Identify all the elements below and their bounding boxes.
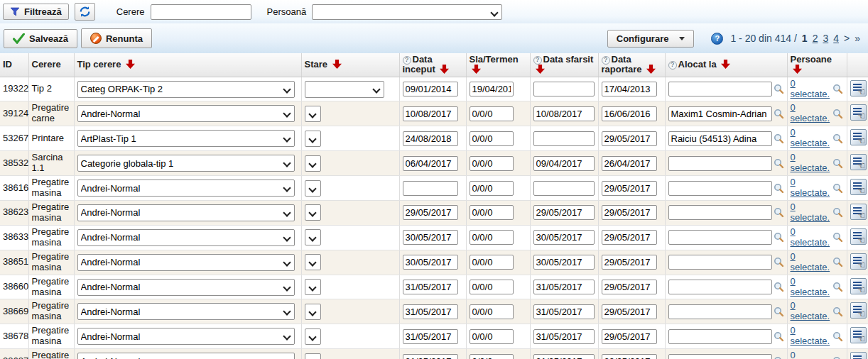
stare-select[interactable] [305, 205, 320, 220]
sla-termen-input[interactable] [470, 156, 514, 171]
column-header-stare[interactable]: Stare [301, 53, 399, 77]
persoane-selectate-link[interactable]: 0 selectate. [791, 202, 831, 223]
data-inceput-input[interactable] [403, 354, 458, 359]
tip-cerere-select[interactable]: Categ ORPAK-Tip 2 [78, 82, 294, 97]
alocat-la-input[interactable] [668, 354, 772, 359]
alocat-la-input[interactable] [668, 205, 772, 220]
persoane-selectate-link[interactable]: 0 selectate. [791, 128, 831, 149]
stare-select[interactable] [305, 82, 384, 97]
tip-cerere-select[interactable]: ArtPlast-Tip 1 [78, 131, 294, 146]
data-inceput-input[interactable] [403, 82, 458, 96]
data-inceput-input[interactable] [403, 255, 458, 270]
stare-select[interactable] [305, 106, 320, 121]
tip-cerere-select[interactable]: Andrei-Normal [78, 180, 294, 196]
assign-person-button[interactable]: ☜ [850, 327, 867, 343]
lookup-icon[interactable] [774, 158, 784, 169]
sla-termen-input[interactable] [470, 106, 514, 121]
sla-termen-input[interactable] [470, 230, 514, 245]
persoane-selectate-link[interactable]: 0 selectate. [791, 227, 831, 248]
data-sfarsit-input[interactable] [533, 304, 595, 319]
sla-termen-input[interactable] [470, 131, 514, 146]
data-inceput-input[interactable] [403, 205, 458, 220]
alocat-la-input[interactable] [668, 82, 772, 96]
lookup-icon[interactable] [774, 232, 784, 243]
persoane-selectate-link[interactable]: 0 selectate. [791, 277, 831, 298]
lookup-icon[interactable] [832, 282, 843, 292]
data-raportare-input[interactable] [602, 131, 657, 146]
data-inceput-input[interactable] [403, 181, 458, 196]
data-sfarsit-input[interactable] [533, 255, 595, 270]
data-raportare-input[interactable] [602, 329, 657, 344]
lookup-icon[interactable] [832, 331, 843, 342]
alocat-la-input[interactable] [668, 329, 772, 344]
data-sfarsit-input[interactable] [533, 82, 595, 96]
assign-person-button[interactable]: ☜ [850, 129, 867, 145]
data-inceput-input[interactable] [403, 106, 458, 121]
lookup-icon[interactable] [832, 133, 843, 144]
tip-cerere-select[interactable]: Andrei-Normal [78, 255, 294, 270]
data-raportare-input[interactable] [602, 106, 657, 121]
alocat-la-input[interactable] [668, 230, 772, 245]
lookup-icon[interactable] [774, 356, 784, 359]
assign-person-button[interactable]: ☜ [850, 104, 867, 121]
pagination-page-link[interactable]: 3 [823, 33, 828, 44]
data-raportare-input[interactable] [602, 205, 657, 220]
tip-cerere-select[interactable]: Andrei-Normal [78, 304, 294, 319]
pagination-page-link[interactable]: 2 [813, 33, 818, 44]
persoane-selectate-link[interactable]: 0 selectate. [791, 301, 831, 322]
assign-person-button[interactable]: ☜ [850, 154, 867, 170]
pagination-page-link[interactable]: 4 [833, 33, 839, 44]
column-header-inceput[interactable]: ?Data inceput [399, 53, 466, 77]
column-header-sla[interactable]: Sla/Termen [466, 53, 530, 77]
assign-person-button[interactable]: ☜ [850, 278, 867, 294]
configure-button[interactable]: Configurare [607, 30, 695, 48]
data-inceput-input[interactable] [403, 230, 458, 245]
data-raportare-input[interactable] [602, 230, 657, 245]
stare-select[interactable] [305, 131, 320, 146]
data-sfarsit-input[interactable] [533, 156, 595, 171]
lookup-icon[interactable] [832, 183, 843, 194]
lookup-icon[interactable] [832, 257, 843, 267]
pagination-last[interactable]: » [855, 33, 860, 44]
stare-select[interactable] [305, 230, 320, 245]
lookup-icon[interactable] [774, 257, 784, 267]
lookup-icon[interactable] [832, 306, 843, 317]
tip-cerere-select[interactable]: Andrei-Normal [78, 106, 294, 121]
sla-termen-input[interactable] [470, 205, 514, 220]
data-sfarsit-input[interactable] [533, 181, 595, 196]
data-inceput-input[interactable] [403, 304, 458, 319]
data-inceput-input[interactable] [403, 131, 458, 146]
data-sfarsit-input[interactable] [533, 354, 595, 359]
sla-termen-input[interactable] [470, 329, 514, 344]
lookup-icon[interactable] [832, 109, 843, 119]
data-raportare-input[interactable] [602, 82, 657, 96]
sla-termen-input[interactable] [470, 354, 514, 359]
lookup-icon[interactable] [774, 207, 784, 218]
data-sfarsit-input[interactable] [533, 205, 595, 220]
assign-person-button[interactable]: ☜ [850, 302, 867, 319]
lookup-icon[interactable] [774, 84, 784, 94]
lookup-icon[interactable] [832, 158, 843, 169]
persoane-selectate-link[interactable]: 0 selectate. [791, 326, 831, 347]
stare-select[interactable] [305, 181, 320, 196]
data-raportare-input[interactable] [602, 280, 657, 294]
stare-select[interactable] [305, 156, 320, 171]
data-inceput-input[interactable] [403, 329, 458, 344]
cerere-input[interactable] [151, 4, 251, 20]
data-raportare-input[interactable] [602, 156, 657, 171]
sla-termen-input[interactable] [470, 82, 514, 96]
lookup-icon[interactable] [774, 306, 784, 317]
data-raportare-input[interactable] [602, 304, 657, 319]
assign-person-button[interactable]: ☜ [850, 228, 867, 245]
sla-termen-input[interactable] [470, 280, 514, 294]
stare-select[interactable] [305, 255, 320, 270]
alocat-la-input[interactable] [668, 156, 772, 171]
cancel-button[interactable]: Renunta [81, 28, 152, 48]
persoane-selectate-link[interactable]: 0 selectate. [791, 252, 831, 273]
stare-select[interactable] [305, 354, 320, 359]
help-icon[interactable]: ? [711, 33, 723, 45]
tip-cerere-select[interactable]: Categorie globala-tip 1 [78, 155, 294, 171]
refresh-button[interactable] [75, 3, 95, 21]
alocat-la-input[interactable] [668, 255, 772, 270]
data-raportare-input[interactable] [602, 354, 657, 359]
